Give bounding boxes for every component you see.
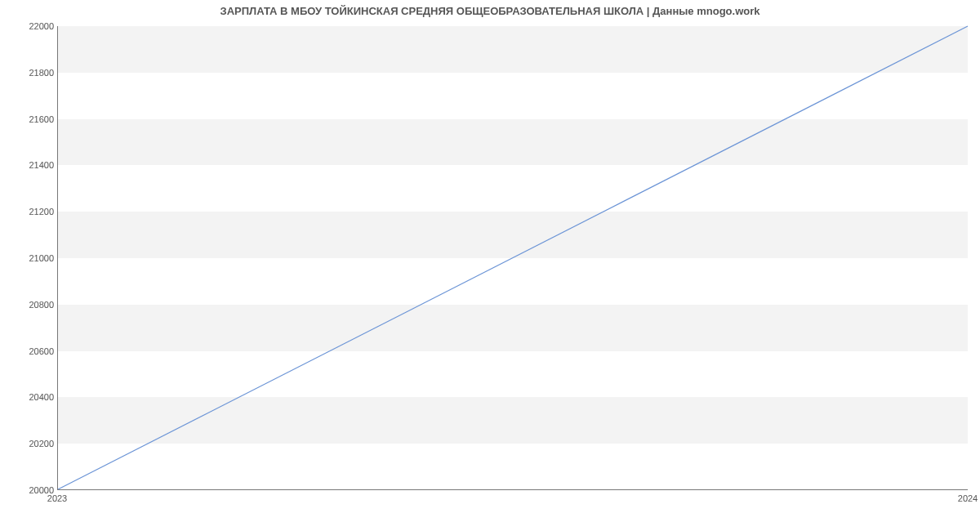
line-series	[58, 26, 968, 489]
y-tick-label: 20600	[5, 346, 54, 356]
y-tick-label: 21000	[5, 253, 54, 263]
chart-title: ЗАРПЛАТА В МБОУ ТОЙКИНСКАЯ СРЕДНЯЯ ОБЩЕО…	[0, 5, 980, 17]
y-tick-label: 21600	[5, 114, 54, 124]
y-tick-label: 20400	[5, 392, 54, 402]
y-tick-label: 21800	[5, 68, 54, 78]
plot-area	[57, 26, 968, 490]
chart-container: ЗАРПЛАТА В МБОУ ТОЙКИНСКАЯ СРЕДНЯЯ ОБЩЕО…	[0, 0, 980, 531]
x-tick-label: 2023	[47, 493, 67, 503]
y-tick-label: 22000	[5, 21, 54, 31]
y-tick-label: 20800	[5, 300, 54, 310]
x-tick-label: 2024	[958, 493, 978, 503]
line-path	[58, 26, 968, 489]
y-tick-label: 21200	[5, 207, 54, 216]
y-tick-label: 20200	[5, 439, 54, 448]
y-tick-label: 21400	[5, 160, 54, 170]
